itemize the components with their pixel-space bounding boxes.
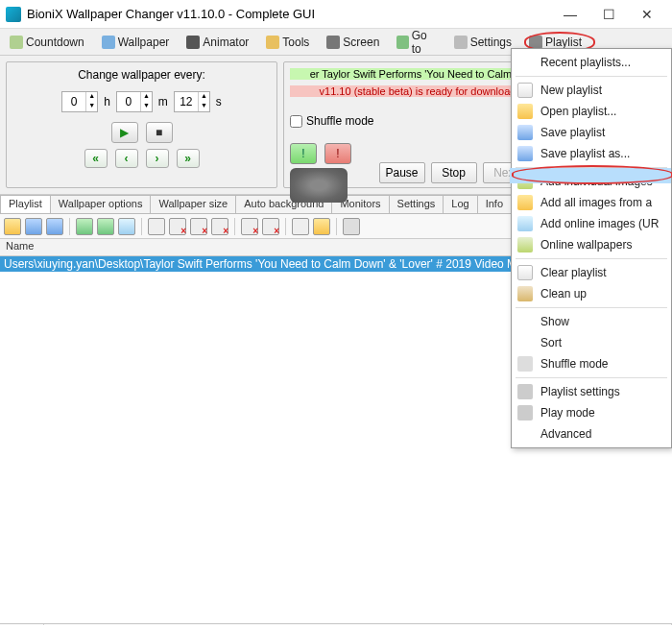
dd-advanced[interactable]: Advanced: [512, 423, 671, 445]
refresh-icon[interactable]: [76, 218, 93, 235]
dd-sort[interactable]: Sort: [512, 332, 671, 353]
del-doc-icon[interactable]: [169, 218, 186, 235]
tab-wallpaper-size[interactable]: Wallpaper size: [150, 195, 236, 213]
dd-save-playlist[interactable]: Save playlist: [512, 122, 671, 143]
screen-icon: [326, 36, 340, 49]
hours-spinner[interactable]: ▲▼: [61, 91, 98, 112]
status-banner-2[interactable]: v11.10 (stable beta) is ready for downlo…: [290, 85, 548, 97]
first-button[interactable]: «: [84, 149, 108, 168]
down-icon[interactable]: ▼: [198, 102, 209, 111]
edit2-icon[interactable]: [313, 218, 330, 235]
highlight-bg: [510, 168, 671, 183]
up-icon[interactable]: ▲: [140, 92, 152, 102]
menu-tools[interactable]: Tools: [262, 33, 313, 52]
dd-separator: [516, 307, 667, 308]
menu-label: Go to: [412, 29, 437, 56]
play-controls: ▶ ■: [111, 122, 173, 143]
del-all-icon[interactable]: [211, 218, 228, 235]
minutes-input[interactable]: [117, 95, 140, 108]
stop-button[interactable]: ■: [146, 122, 173, 143]
trash-icon: [517, 286, 533, 301]
dd-label: Sort: [540, 336, 562, 349]
folder-icon: [517, 195, 533, 210]
down-icon[interactable]: ▼: [85, 102, 97, 111]
pause-button[interactable]: Pause: [379, 162, 425, 183]
menu-animator[interactable]: Animator: [182, 33, 252, 52]
minimize-button[interactable]: ―: [551, 2, 589, 27]
dd-recent-playlists[interactable]: Recent playlists...: [512, 52, 671, 73]
cloud-icon[interactable]: [118, 218, 135, 235]
wallpaper-icon: [102, 36, 115, 49]
save-icon: [517, 125, 533, 140]
tab-wallpaper-options[interactable]: Wallpaper options: [50, 195, 152, 213]
separator: [336, 218, 337, 235]
playlist-icon: [529, 36, 542, 49]
up-icon[interactable]: ▲: [198, 92, 209, 102]
prev-button[interactable]: ‹: [115, 149, 138, 168]
menu-screen[interactable]: Screen: [323, 33, 383, 52]
countdown-icon: [10, 36, 23, 49]
stop-button2[interactable]: Stop: [431, 162, 477, 183]
dd-shuffle-mode[interactable]: Shuffle mode: [512, 353, 671, 374]
dd-playlist-settings[interactable]: Playlist settings: [512, 381, 671, 402]
save-icon[interactable]: [25, 218, 42, 235]
dd-label: Play mode: [540, 406, 595, 420]
status-banner-1: er Taylor Swift Performs 'You Need to Ca…: [290, 68, 548, 80]
dd-label: Advanced: [540, 427, 591, 441]
dd-new-playlist[interactable]: New playlist: [512, 80, 671, 101]
tools-icon: [266, 36, 279, 49]
dd-show[interactable]: Show: [512, 311, 671, 332]
menu-goto[interactable]: Go to: [393, 26, 440, 59]
menu-wallpaper[interactable]: Wallpaper: [98, 33, 174, 52]
dd-label: Add online images (UR: [540, 217, 659, 230]
del-docs-icon[interactable]: [190, 218, 207, 235]
gray-icon[interactable]: [343, 218, 360, 235]
menu-countdown[interactable]: Countdown: [6, 33, 88, 52]
image-icon: [517, 237, 533, 252]
play-button[interactable]: ▶: [111, 122, 138, 143]
dd-play-mode[interactable]: Play mode: [512, 402, 671, 423]
next-button[interactable]: ›: [146, 149, 169, 168]
seconds-spinner[interactable]: ▲▼: [174, 91, 210, 112]
dd-clean-up[interactable]: Clean up: [512, 283, 671, 304]
indicator-warn[interactable]: !: [324, 143, 351, 164]
hours-input[interactable]: [62, 95, 85, 108]
unit-label: s: [216, 95, 222, 108]
seconds-input[interactable]: [175, 95, 198, 108]
minutes-spinner[interactable]: ▲▼: [116, 91, 153, 112]
folder-icon: [517, 104, 533, 119]
indicator-buttons: ! !: [290, 143, 351, 164]
dd-save-playlist-as[interactable]: Save playlist as...: [512, 143, 671, 164]
dd-online-wallpapers[interactable]: Online wallpapers: [512, 234, 671, 255]
separator: [69, 218, 70, 235]
tab-playlist[interactable]: Playlist: [0, 195, 51, 213]
new-doc-icon[interactable]: [148, 218, 165, 235]
remove2-icon[interactable]: [262, 218, 279, 235]
menu-settings[interactable]: Settings: [450, 33, 516, 52]
last-button[interactable]: »: [177, 149, 200, 168]
up-icon[interactable]: ▲: [85, 92, 97, 102]
dd-label: Recent playlists...: [540, 56, 631, 69]
shuffle-checkbox[interactable]: Shuffle mode: [290, 114, 374, 128]
edit-icon[interactable]: [292, 218, 309, 235]
dd-clear-playlist[interactable]: Clear playlist: [512, 262, 671, 283]
indicator-ok[interactable]: !: [290, 143, 317, 164]
maximize-button[interactable]: ☐: [589, 2, 628, 27]
remove1-icon[interactable]: [241, 218, 258, 235]
settings-icon: [454, 36, 468, 49]
unit-label: h: [104, 95, 110, 108]
open-folder-icon[interactable]: [4, 218, 21, 235]
dd-add-all-images[interactable]: Add all images from a: [512, 192, 671, 213]
refresh2-icon[interactable]: [97, 218, 114, 235]
dd-open-playlist[interactable]: Open playlist...: [512, 101, 671, 122]
save-as-icon[interactable]: [46, 218, 63, 235]
dd-add-online-images[interactable]: Add online images (UR: [512, 213, 671, 234]
close-button[interactable]: ✕: [628, 2, 666, 27]
menu-label: Playlist: [545, 36, 582, 49]
shuffle-row: Shuffle mode Fit Fill: [290, 107, 548, 135]
down-icon[interactable]: ▼: [140, 102, 152, 111]
blank-icon: [517, 314, 533, 329]
shuffle-input[interactable]: [290, 115, 302, 128]
blank-icon: [517, 335, 533, 350]
dd-label: Clean up: [540, 287, 587, 300]
